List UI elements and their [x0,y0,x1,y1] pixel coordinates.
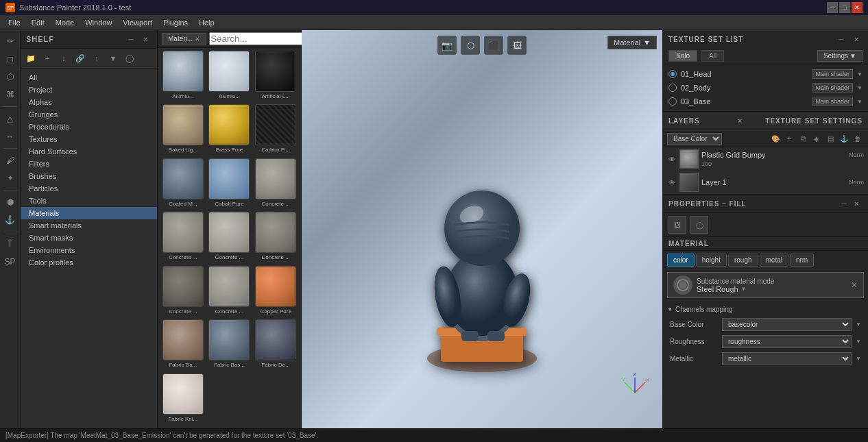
shelf-nav-filters[interactable]: Filters [21,158,157,170]
shelf-collapse-button[interactable]: ─ [125,33,137,45]
tool-paint[interactable]: 🖌 [2,152,19,169]
shelf-nav-materials[interactable]: Materials [21,207,157,219]
tool-sp[interactable]: SP [2,254,19,270]
tool-colorpick[interactable]: ✦ [2,170,19,186]
material-item-concrete1[interactable]: Concrete ... [253,158,298,210]
material-dropdown[interactable]: Material ▼ [607,36,657,49]
tool-clone[interactable]: ⌘ [2,86,19,103]
layer-add-fill[interactable]: + [783,132,795,145]
shelf-nav-particles[interactable]: Particles [21,182,157,195]
material-item-concrete2[interactable]: Concrete ... [160,212,206,264]
layer-add-paint[interactable]: 🎨 [769,132,782,145]
tool-3d[interactable]: ⬢ [2,194,19,210]
prop-icon-sphere[interactable]: ◯ [690,216,708,234]
texture-set-row-head[interactable]: 01_Head Main shader ▼ [663,67,868,81]
material-item-fabric-kni[interactable]: Fabric Kni... [160,373,206,426]
layer-group[interactable]: ▤ [824,132,836,145]
material-item-brass[interactable]: Brass Pure [207,104,252,156]
material-item-fabric-ba[interactable]: Fabric Ba... [160,319,206,371]
texture-set-list-close[interactable]: ✕ [850,33,863,45]
shelf-export-button[interactable]: ↑ [89,51,104,66]
tool-polygon[interactable]: △ [2,110,19,127]
viewport-photo-button[interactable]: 🖼 [507,36,527,55]
tool-fill[interactable]: ⬡ [2,69,19,85]
shelf-nav-environments[interactable]: Environments [21,244,157,256]
channel-tab-height[interactable]: height [696,254,727,267]
tab-all[interactable]: All [701,50,724,62]
layer-item-plastic[interactable]: 👁 Plastic Grid Bumpy Norm 100 [663,147,868,171]
tool-transform[interactable]: ↔ [2,128,19,145]
viewport-camera-button[interactable]: 📷 [437,36,457,55]
materials-tab[interactable]: Materi... ✕ [162,33,206,45]
texture-set-radio-base[interactable] [668,97,677,106]
shelf-nav-smart-materials[interactable]: Smart materials [21,219,157,232]
properties-collapse[interactable]: ─ [838,197,850,210]
material-item-baked[interactable]: Baked Lig... [160,104,206,156]
menu-edit[interactable]: Edit [26,17,50,28]
material-item-copper[interactable]: Copper Pure [253,266,298,318]
shelf-nav-brushes[interactable]: Brushes [21,170,157,182]
minimize-button[interactable]: ─ [827,2,838,13]
texture-set-list-collapse[interactable]: ─ [835,33,847,45]
tool-brush[interactable]: ✏ [2,33,19,49]
shelf-link-button[interactable]: 🔗 [73,51,88,66]
texture-set-row-base[interactable]: 03_Base Main shader ▼ [663,95,868,108]
shelf-nav-tools[interactable]: Tools [21,195,157,207]
layer-anchor[interactable]: ⚓ [838,132,850,145]
texture-set-settings-button[interactable]: Settings ▼ [817,50,863,62]
shelf-add-button[interactable]: + [40,51,55,66]
material-item-coated[interactable]: Coated M... [160,158,206,210]
properties-close[interactable]: ✕ [850,197,863,210]
menu-mode[interactable]: Mode [50,17,80,28]
shelf-sphere-button[interactable]: ◯ [122,51,137,66]
channel-tab-nrm[interactable]: nrm [790,254,814,267]
material-item-concrete4[interactable]: Concrete ... [253,212,298,264]
shelf-nav-smart-masks[interactable]: Smart masks [21,232,157,244]
shelf-folder-button[interactable]: 📁 [23,51,38,66]
material-item-artificial[interactable]: Artificial L... [253,51,298,103]
prop-icon-base[interactable]: 🖼 [668,216,686,234]
layer-duplicate[interactable]: ⧉ [797,132,809,145]
channel-select-metallic[interactable]: metallic [722,352,852,365]
shelf-nav-all[interactable]: All [21,71,157,84]
tab-solo[interactable]: Solo [668,50,697,62]
material-item-concrete3[interactable]: Concrete ... [207,212,252,264]
menu-window[interactable]: Window [80,17,117,28]
viewport-sphere-button[interactable]: ⬡ [461,36,480,55]
substance-mode-close[interactable]: ✕ [851,280,858,290]
tool-anchor[interactable]: ⚓ [2,212,19,228]
channels-mapping-title[interactable]: ▼ Channels mapping [667,304,864,315]
layer-visibility-layer1[interactable]: 👁 [667,177,677,187]
material-item-aluminium2[interactable]: Alumiu... [207,51,252,103]
shelf-filter-button[interactable]: ▼ [106,51,121,66]
viewport-box-button[interactable]: ⬛ [484,36,503,55]
channel-tab-rough[interactable]: rough [728,254,758,267]
material-item-concrete5[interactable]: Concrete ... [160,266,206,318]
shelf-nav-procedurals[interactable]: Procedurals [21,121,157,133]
maximize-button[interactable]: □ [839,2,850,13]
texture-set-radio-body[interactable] [668,84,677,92]
shelf-close-button[interactable]: ✕ [139,33,152,45]
menu-file[interactable]: File [3,17,26,28]
material-item-carbon[interactable]: Carbon Fi... [253,104,298,156]
layer-delete[interactable]: 🗑 [852,132,864,145]
material-item-fabric-de[interactable]: Fabric De... [253,319,298,371]
shelf-import-button[interactable]: ↓ [56,51,71,66]
shelf-nav-grunges[interactable]: Grunges [21,108,157,121]
layer-visibility-plastic[interactable]: 👁 [667,154,677,164]
shelf-nav-textures[interactable]: Textures [21,133,157,145]
menu-plugins[interactable]: Plugins [158,17,193,28]
menu-help[interactable]: Help [193,17,220,28]
tool-text[interactable]: T [2,236,19,252]
channel-tab-metal[interactable]: metal [760,254,788,267]
material-item-fabric-bas[interactable]: Fabric Bas... [207,319,252,371]
close-button[interactable]: ✕ [852,2,863,13]
shelf-nav-color-profiles[interactable]: Color profiles [21,256,157,269]
layer-instance[interactable]: ◈ [810,132,823,145]
channel-select-basecolor[interactable]: basecolor [722,318,852,331]
menu-viewport[interactable]: Viewport [117,17,158,28]
channel-tab-color[interactable]: color [667,254,695,267]
shelf-nav-project[interactable]: Project [21,84,157,96]
shelf-nav-alphas[interactable]: Alphas [21,96,157,108]
layers-close-button[interactable]: ✕ [734,114,746,127]
